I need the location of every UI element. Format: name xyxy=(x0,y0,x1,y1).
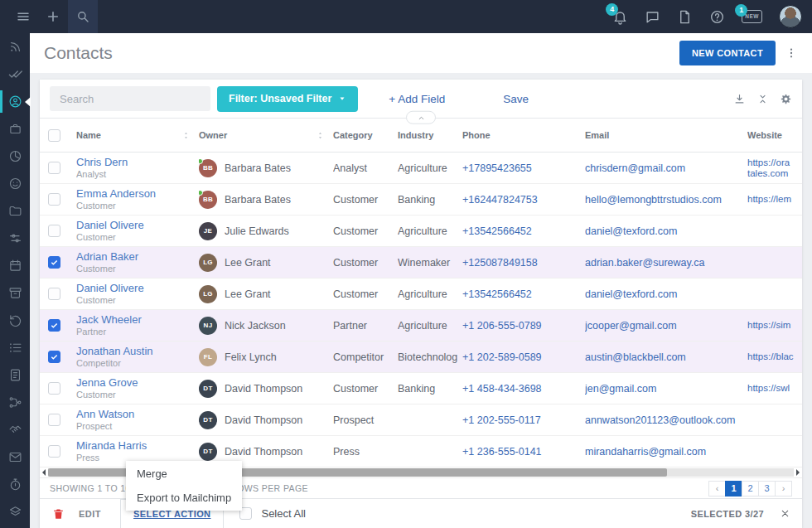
page-menu-button[interactable] xyxy=(782,41,800,65)
table-row[interactable]: Ann WatsonProspectDTDavid ThompsonProspe… xyxy=(40,404,802,436)
save-button[interactable]: Save xyxy=(503,93,529,105)
sidebar-item-email[interactable] xyxy=(0,443,30,471)
email-cell[interactable]: daniel@texford.com xyxy=(585,288,747,300)
page-2[interactable]: 2 xyxy=(742,481,759,497)
sidebar-item-products[interactable] xyxy=(0,115,30,143)
sort-icon[interactable] xyxy=(316,131,325,140)
row-checkbox[interactable] xyxy=(48,382,60,395)
menu-item-export-to-mailchimp[interactable]: Export to Mailchimp xyxy=(126,486,242,510)
contact-name-link[interactable]: Jonathan Austin xyxy=(76,345,199,357)
delete-button[interactable] xyxy=(52,507,65,521)
table-row[interactable]: Jonathan AustinCompetitorFLFelix LynchCo… xyxy=(40,342,802,373)
table-settings-button[interactable] xyxy=(780,93,792,105)
email-cell[interactable]: jen@gmail.com xyxy=(585,383,747,395)
notifications-button[interactable]: 4 xyxy=(612,9,628,25)
website-cell[interactable]: https://oratales.com xyxy=(747,157,802,179)
whats-new-button[interactable]: NEW 1 xyxy=(742,10,762,24)
contact-name-link[interactable]: Emma Anderson xyxy=(76,187,199,200)
sidebar-item-archive[interactable] xyxy=(0,279,30,307)
chat-button[interactable] xyxy=(645,9,660,25)
filter-button[interactable]: Filter: Unsaved Filter xyxy=(217,86,358,112)
phone-cell[interactable]: +1 202-589-0589 xyxy=(462,351,585,363)
sidebar-item-automation[interactable] xyxy=(0,225,30,252)
phone-cell[interactable]: +1 458-434-3698 xyxy=(462,383,585,395)
sort-icon[interactable] xyxy=(181,131,191,140)
website-cell[interactable]: https://swl xyxy=(747,383,802,394)
sidebar-item-calendar[interactable] xyxy=(0,252,30,279)
row-checkbox[interactable] xyxy=(48,319,60,332)
phone-cell[interactable]: +13542566452 xyxy=(462,288,585,300)
collapse-panel-button[interactable] xyxy=(406,111,436,124)
row-checkbox[interactable] xyxy=(48,445,60,458)
add-field-button[interactable]: + Add Field xyxy=(389,93,445,105)
export-button[interactable] xyxy=(733,93,746,105)
contact-name-link[interactable]: Daniel Olivere xyxy=(76,282,199,294)
table-row[interactable]: Daniel OlivereCustomerJEJulie EdwardsCus… xyxy=(40,216,802,247)
scroll-right-arrow[interactable] xyxy=(796,469,800,476)
table-row[interactable]: Jack WheelerPartnerNJNick JacksonPartner… xyxy=(40,310,802,342)
email-cell[interactable]: jcooper@gmail.com xyxy=(585,320,747,332)
email-cell[interactable]: chrisdern@gmail.com xyxy=(585,162,747,174)
phone-cell[interactable]: +1 202-555-0117 xyxy=(462,414,585,426)
column-header-owner[interactable]: Owner xyxy=(199,130,333,140)
page-3[interactable]: 3 xyxy=(758,481,776,497)
user-avatar[interactable] xyxy=(779,5,802,28)
sidebar-item-pipeline[interactable] xyxy=(0,389,30,416)
sidebar-item-timer[interactable] xyxy=(0,471,30,498)
contact-name-link[interactable]: Ann Watson xyxy=(76,408,199,420)
row-checkbox[interactable] xyxy=(48,193,60,206)
email-cell[interactable]: annwatson201123@outlook.com xyxy=(585,414,747,426)
select-all-header-checkbox[interactable] xyxy=(48,129,60,142)
contact-name-link[interactable]: Jenna Grove xyxy=(76,376,199,389)
sidebar-item-feed[interactable] xyxy=(0,33,30,61)
sidebar-item-history[interactable] xyxy=(0,307,30,334)
sidebar-item-reports[interactable] xyxy=(0,143,30,170)
page-next[interactable]: › xyxy=(775,481,792,497)
row-checkbox[interactable] xyxy=(48,256,60,269)
website-cell[interactable]: https://lem xyxy=(747,194,802,205)
email-cell[interactable]: adrian.baker@sureway.ca xyxy=(585,257,747,269)
page-1[interactable]: 1 xyxy=(725,481,742,497)
sidebar-item-lists[interactable] xyxy=(0,334,30,361)
email-cell[interactable]: hello@lemongbttrstudios.com xyxy=(585,194,747,206)
contact-name-link[interactable]: Miranda Harris xyxy=(76,439,199,452)
phone-cell[interactable]: +1 206-555-0789 xyxy=(462,320,585,332)
new-contact-button[interactable]: NEW CONTACT xyxy=(679,41,776,65)
website-cell[interactable]: https://blac xyxy=(747,351,802,362)
sidebar-item-tasks[interactable] xyxy=(0,61,30,88)
row-checkbox[interactable] xyxy=(48,414,60,426)
sidebar-item-layers[interactable] xyxy=(0,498,30,526)
sidebar-item-notes[interactable] xyxy=(0,361,30,389)
menu-item-merge[interactable]: Merge xyxy=(126,462,242,486)
help-button[interactable] xyxy=(709,9,725,25)
row-checkbox[interactable] xyxy=(48,351,60,363)
table-row[interactable]: Chris DernAnalystBBBarbara BatesAnalystA… xyxy=(40,153,802,184)
sidebar-item-customers[interactable] xyxy=(0,170,30,197)
phone-cell[interactable]: +13542566452 xyxy=(462,225,585,237)
table-row[interactable]: Jenna GroveCustomerDTDavid ThompsonCusto… xyxy=(40,373,802,404)
global-search-button[interactable] xyxy=(68,0,98,33)
contact-name-link[interactable]: Adrian Baker xyxy=(76,250,199,263)
page-prev[interactable]: ‹ xyxy=(708,481,726,497)
email-cell[interactable]: austin@blackbell.com xyxy=(585,351,747,363)
row-checkbox[interactable] xyxy=(48,225,60,237)
email-cell[interactable]: mirandaharris@gmail.com xyxy=(585,446,747,458)
contact-name-link[interactable]: Chris Dern xyxy=(76,156,199,168)
close-action-bar-button[interactable] xyxy=(780,508,790,519)
quick-add-button[interactable] xyxy=(38,0,68,33)
table-row[interactable]: Emma AndersonCustomerBBBarbara BatesCust… xyxy=(40,184,802,216)
collapse-rows-button[interactable] xyxy=(756,93,769,105)
contact-name-link[interactable]: Daniel Olivere xyxy=(76,219,199,231)
website-cell[interactable]: https://sim xyxy=(747,320,802,331)
scroll-left-arrow[interactable] xyxy=(42,469,46,476)
row-checkbox[interactable] xyxy=(48,288,60,300)
edit-button[interactable]: EDIT xyxy=(79,509,101,519)
table-row[interactable]: Adrian BakerCustomerLGLee GrantCustomerW… xyxy=(40,247,802,279)
phone-cell[interactable]: +1 236-555-0141 xyxy=(462,446,585,458)
row-checkbox[interactable] xyxy=(48,162,60,174)
table-row[interactable]: Daniel OlivereCustomerLGLee GrantCustome… xyxy=(40,279,802,310)
phone-cell[interactable]: +162447824753 xyxy=(462,194,585,206)
phone-cell[interactable]: +125087849158 xyxy=(462,257,585,269)
hamburger-menu-button[interactable] xyxy=(8,0,38,33)
column-header-name[interactable]: Name xyxy=(76,130,199,140)
